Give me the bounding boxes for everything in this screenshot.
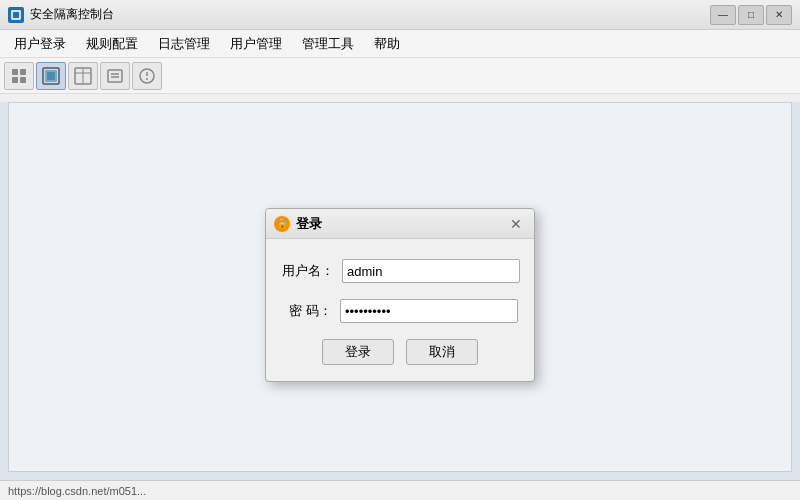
- svg-rect-12: [108, 70, 122, 82]
- toolbar-btn-4[interactable]: [100, 62, 130, 90]
- status-text: https://blog.csdn.net/m051...: [8, 485, 146, 497]
- cancel-button[interactable]: 取消: [406, 339, 478, 365]
- username-input[interactable]: [342, 259, 520, 283]
- svg-rect-4: [12, 77, 18, 83]
- svg-rect-3: [20, 69, 26, 75]
- minimize-button[interactable]: —: [710, 5, 736, 25]
- dialog-title-bar: 🔒 登录 ✕: [266, 209, 534, 239]
- menu-rule-config[interactable]: 规则配置: [76, 31, 148, 57]
- svg-point-17: [146, 78, 148, 80]
- svg-rect-1: [13, 12, 19, 18]
- dialog-title: 登录: [296, 215, 506, 233]
- toolbar-btn-5[interactable]: [132, 62, 162, 90]
- username-row: 用户名：: [282, 259, 518, 283]
- password-label: 密 码：: [282, 302, 340, 320]
- login-button[interactable]: 登录: [322, 339, 394, 365]
- menu-user-login[interactable]: 用户登录: [4, 31, 76, 57]
- window-title: 安全隔离控制台: [30, 6, 710, 23]
- dialog-buttons: 登录 取消: [282, 339, 518, 365]
- toolbar: [0, 58, 800, 94]
- svg-rect-5: [20, 77, 26, 83]
- app-icon: [8, 7, 24, 23]
- svg-rect-8: [47, 72, 55, 80]
- toolbar-btn-1[interactable]: [4, 62, 34, 90]
- password-row: 密 码：: [282, 299, 518, 323]
- username-label: 用户名：: [282, 262, 342, 280]
- menu-user-manage[interactable]: 用户管理: [220, 31, 292, 57]
- close-button[interactable]: ✕: [766, 5, 792, 25]
- svg-rect-2: [12, 69, 18, 75]
- menu-help[interactable]: 帮助: [364, 31, 410, 57]
- dialog-overlay: 🔒 登录 ✕ 用户名： 密 码： 登录 取消: [0, 102, 800, 488]
- password-input[interactable]: [340, 299, 518, 323]
- toolbar-btn-2[interactable]: [36, 62, 66, 90]
- window-controls: — □ ✕: [710, 5, 792, 25]
- dialog-icon: 🔒: [274, 216, 290, 232]
- menu-manage-tools[interactable]: 管理工具: [292, 31, 364, 57]
- dialog-close-button[interactable]: ✕: [506, 214, 526, 234]
- menu-log-manage[interactable]: 日志管理: [148, 31, 220, 57]
- title-bar: 安全隔离控制台 — □ ✕: [0, 0, 800, 30]
- toolbar-btn-3[interactable]: [68, 62, 98, 90]
- status-bar: https://blog.csdn.net/m051...: [0, 480, 800, 500]
- dialog-body: 用户名： 密 码： 登录 取消: [266, 239, 534, 381]
- main-area: 🔒 登录 ✕ 用户名： 密 码： 登录 取消: [0, 102, 800, 488]
- maximize-button[interactable]: □: [738, 5, 764, 25]
- login-dialog: 🔒 登录 ✕ 用户名： 密 码： 登录 取消: [265, 208, 535, 382]
- menu-bar: 用户登录 规则配置 日志管理 用户管理 管理工具 帮助: [0, 30, 800, 58]
